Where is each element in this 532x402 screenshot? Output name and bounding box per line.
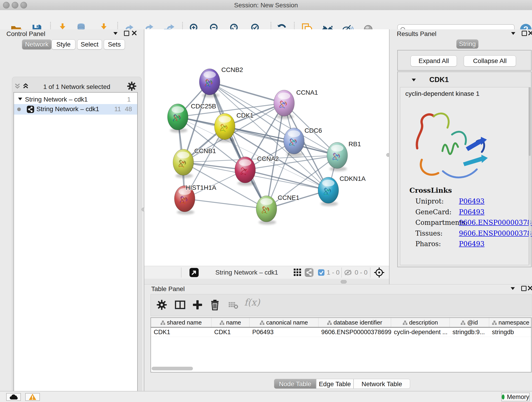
table-cell: P06493: [249, 327, 318, 337]
column-header-description[interactable]: description: [391, 318, 450, 327]
crosslink-value-link[interactable]: P06493: [459, 197, 485, 205]
panel-close-icon[interactable]: [132, 31, 137, 36]
column-header-id[interactable]: @id: [450, 318, 489, 327]
expand-all-button[interactable]: Expand All: [411, 56, 457, 66]
tab-node-table[interactable]: Node Table: [274, 379, 316, 389]
crosslink-value-link[interactable]: P06493: [459, 208, 485, 216]
network-node-CCNB2[interactable]: [199, 69, 220, 98]
table-body: CDK1CDK1P064939606.ENSP00000378699cyclin…: [151, 327, 531, 337]
crosslink-value-link[interactable]: P06493: [459, 240, 485, 248]
network-node-CDKN1A[interactable]: [318, 177, 339, 206]
delete-column-trash-icon[interactable]: [209, 299, 221, 311]
panel-collapse-icon[interactable]: [511, 32, 515, 35]
tab-edge-table[interactable]: Edge Table: [316, 379, 354, 389]
table-options-gear-icon[interactable]: [156, 299, 168, 311]
gene-description: cyclin-dependent kinase 1: [405, 90, 480, 97]
selected-checkbox-icon[interactable]: [318, 269, 324, 276]
memory-label: Memory: [507, 394, 529, 401]
crosslink-row: Compartments:9606.ENSP00000378699: [415, 219, 525, 229]
cloud-status-button[interactable]: [6, 393, 21, 401]
network-node-CDC25B[interactable]: [167, 104, 188, 133]
panel-collapse-icon[interactable]: [114, 32, 118, 35]
panel-collapse-icon[interactable]: [511, 287, 515, 290]
column-header-databaseidentifier[interactable]: database identifier: [318, 318, 391, 327]
application-window: Session: New Session: [0, 0, 532, 402]
hidden-eye-slash-icon: [344, 269, 352, 275]
tab-network[interactable]: Network: [22, 39, 51, 50]
apply-function-icon: f(x): [244, 297, 256, 308]
column-header-name[interactable]: name: [211, 318, 249, 327]
column-header-label: namespace: [499, 319, 529, 326]
open-in-new-window-icon[interactable]: [190, 268, 199, 277]
status-bar: Memory: [0, 391, 532, 402]
node-label-HIST1H1A: HIST1H1A: [186, 184, 216, 191]
tab-string[interactable]: String: [456, 39, 478, 49]
crosslink-label: Tissues:: [415, 230, 443, 237]
network-canvas[interactable]: CCNB2CCNA1CDC25BCDK1CDC6RB1CCNB1CCNA2CDK…: [144, 29, 389, 266]
panel-close-icon[interactable]: [528, 286, 532, 291]
panel-close-icon[interactable]: [528, 31, 532, 36]
results-scrollbar-track[interactable]: [529, 87, 531, 265]
table-horizontal-scrollbar[interactable]: [152, 367, 193, 370]
warning-status-button[interactable]: [25, 393, 40, 401]
results-panel: Results Panel String Expand All Collapse…: [389, 29, 532, 284]
crosslink-value-link[interactable]: 9606.ENSP00000378699: [459, 230, 532, 237]
network-edge[interactable]: [185, 199, 266, 209]
main-toolbar: ?: [0, 10, 532, 30]
add-column-icon[interactable]: [192, 299, 203, 311]
network-node-CCNB1[interactable]: [173, 149, 194, 178]
network-edge-count: 48: [125, 105, 132, 113]
splitter-handle[interactable]: [341, 280, 347, 283]
collapse-all-button[interactable]: Collapse All: [464, 56, 516, 66]
table-row[interactable]: CDK1CDK1P064939606.ENSP00000378699cyclin…: [151, 327, 531, 337]
cloud-icon: [9, 394, 18, 400]
panel-float-icon[interactable]: [522, 31, 527, 36]
column-header-label: database identifier: [334, 319, 382, 326]
panel-float-icon[interactable]: [124, 31, 129, 36]
network-view-share-icon[interactable]: [305, 268, 313, 277]
tab-style[interactable]: Style: [51, 39, 75, 50]
results-scrollbar-thumb[interactable]: [529, 87, 531, 156]
grid-view-icon[interactable]: [294, 269, 302, 276]
footer-separator: [370, 268, 370, 278]
network-tree: String Network – cdk1 1 String Network –…: [13, 92, 138, 402]
network-view-title: String Network – cdk1: [215, 269, 278, 276]
column-type-icon: [492, 320, 497, 325]
panel-float-icon[interactable]: [521, 286, 526, 291]
column-header-sharedname[interactable]: shared name: [151, 318, 211, 327]
column-header-label: description: [409, 319, 438, 326]
crosslink-label: Pharos:: [415, 240, 441, 248]
tab-select[interactable]: Select: [77, 39, 102, 50]
footer-separator: [181, 268, 181, 278]
column-header-namespace[interactable]: namespace: [489, 318, 532, 327]
network-view: CCNB2CCNA1CDC25BCDK1CDC6RB1CCNB1CCNA2CDK…: [144, 29, 389, 266]
network-options-gear-icon[interactable]: [127, 81, 137, 91]
node-label-CDKN1A: CDKN1A: [340, 175, 366, 182]
gene-collapse-icon[interactable]: [412, 79, 416, 81]
network-node-CCNE1[interactable]: [256, 196, 277, 225]
column-type-icon: [220, 320, 224, 325]
network-edge[interactable]: [210, 82, 266, 209]
table-header-row: shared namenamecanonical namedatabase id…: [151, 318, 531, 327]
network-node-RB1[interactable]: [327, 142, 348, 171]
show-columns-icon[interactable]: [175, 299, 186, 311]
crosslink-value-link[interactable]: 9606.ENSP00000378699: [459, 219, 532, 226]
tab-network-table[interactable]: Network Table: [354, 379, 410, 389]
column-header-canonicalname[interactable]: canonical name: [249, 318, 318, 327]
column-type-icon: [327, 320, 332, 325]
crosslinks-heading: CrossLinks: [409, 186, 452, 194]
results-actions-box: Expand All Collapse All: [397, 50, 532, 70]
column-header-label: @id: [467, 319, 478, 326]
network-view-toolbar: String Network – cdk1 1 - 0 0 - 0: [144, 266, 389, 279]
tab-sets[interactable]: Sets: [104, 39, 125, 50]
tree-expand-icon[interactable]: [18, 98, 22, 100]
node-label-RB1: RB1: [348, 140, 361, 148]
table-cell: 9606.ENSP00000378699: [318, 327, 391, 337]
birdseye-view-icon[interactable]: [374, 267, 385, 278]
memory-button[interactable]: Memory: [501, 393, 530, 401]
network-tree-group-row[interactable]: String Network – cdk1 1: [14, 95, 137, 105]
warning-icon: [29, 394, 36, 400]
horizontal-splitter[interactable]: [144, 279, 389, 284]
node-label-CCNA1: CCNA1: [296, 89, 318, 96]
network-tree-item-row[interactable]: String Network – cdk1 11 48: [14, 104, 137, 115]
